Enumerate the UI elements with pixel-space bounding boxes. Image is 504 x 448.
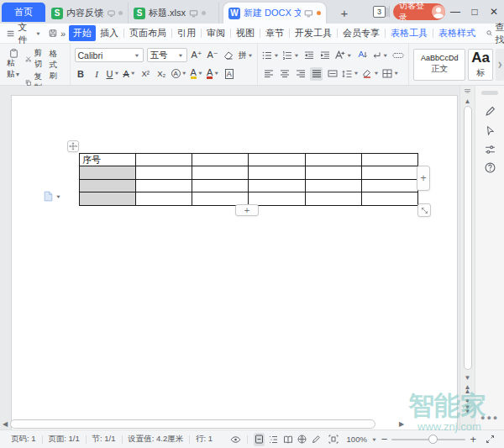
ruler-toggle-icon[interactable] bbox=[460, 86, 475, 96]
table-cell[interactable] bbox=[306, 166, 362, 179]
table-cell[interactable] bbox=[306, 154, 362, 166]
edit-pen-icon[interactable] bbox=[311, 433, 322, 446]
decrease-indent-button[interactable] bbox=[302, 49, 315, 62]
minimize-button[interactable]: — bbox=[449, 5, 462, 18]
annotate-pen-icon[interactable] bbox=[483, 104, 497, 119]
vscroll-up-arrow[interactable]: ▲ bbox=[460, 96, 475, 106]
table-cell-selected[interactable] bbox=[80, 192, 136, 205]
shrink-font-button[interactable]: A⁻ bbox=[207, 49, 219, 62]
borders-button[interactable]: ▼ bbox=[382, 67, 399, 81]
table-cell[interactable] bbox=[136, 180, 192, 192]
next-page-button[interactable]: ▼▼ bbox=[460, 404, 475, 414]
menu-page-layout[interactable]: 页面布局 bbox=[125, 25, 171, 41]
table-cell[interactable] bbox=[192, 166, 249, 179]
align-right-button[interactable] bbox=[294, 67, 307, 81]
menu-developer[interactable]: 开发工具 bbox=[291, 25, 336, 41]
table-cell[interactable] bbox=[362, 180, 418, 192]
hscroll-thumb[interactable] bbox=[10, 419, 375, 429]
format-painter-button[interactable]: 格式刷 bbox=[47, 47, 66, 82]
table-cell[interactable] bbox=[249, 166, 305, 179]
adjust-sliders-icon[interactable] bbox=[483, 142, 497, 156]
table-cell[interactable] bbox=[306, 180, 362, 192]
window-count-badge[interactable]: 3 bbox=[373, 6, 386, 18]
table-cell[interactable] bbox=[136, 192, 192, 205]
more-commands[interactable]: » bbox=[60, 29, 66, 39]
align-center-button[interactable] bbox=[278, 67, 291, 81]
table-cell-header[interactable]: 序号 bbox=[80, 154, 136, 166]
character-border-button[interactable]: A bbox=[223, 67, 235, 81]
line-break-button[interactable]: ▼ bbox=[371, 49, 388, 62]
zoom-in-button[interactable]: + bbox=[470, 433, 476, 445]
grow-font-button[interactable]: A⁺ bbox=[191, 49, 203, 62]
save-icon[interactable] bbox=[49, 28, 57, 39]
chevron-down-icon[interactable]: ▼ bbox=[371, 437, 377, 442]
menu-section[interactable]: 章节 bbox=[261, 25, 288, 41]
vscroll-down-arrow[interactable]: ▼ bbox=[460, 372, 475, 382]
new-tab-button[interactable]: + bbox=[336, 4, 353, 21]
bullet-list-button[interactable]: ▼ bbox=[262, 49, 279, 62]
increase-indent-button[interactable] bbox=[318, 49, 331, 62]
align-left-button[interactable] bbox=[262, 67, 275, 81]
underline-button[interactable]: U▼ bbox=[107, 67, 120, 81]
file-menu[interactable]: 文件 bbox=[18, 21, 32, 46]
strikethrough-button[interactable]: A▼ bbox=[123, 67, 135, 81]
line-spacing-button[interactable]: ▼ bbox=[342, 67, 359, 81]
previous-page-button[interactable]: ▲▲ bbox=[460, 384, 475, 394]
font-name-select[interactable]: Calibri▼ bbox=[75, 48, 144, 62]
tab-stops-button[interactable] bbox=[391, 49, 404, 62]
table-cell[interactable] bbox=[306, 192, 362, 205]
find-button[interactable]: 查找 bbox=[486, 21, 504, 46]
hscroll-left-arrow[interactable]: ◀ bbox=[3, 421, 8, 428]
table-cell[interactable] bbox=[362, 154, 418, 166]
zoom-out-button[interactable]: − bbox=[381, 433, 388, 445]
table-cell-selected[interactable] bbox=[80, 180, 136, 192]
text-direction-button[interactable] bbox=[355, 49, 368, 62]
table-resize-handle[interactable] bbox=[417, 203, 431, 217]
table-cell[interactable] bbox=[249, 192, 305, 205]
maximize-button[interactable]: □ bbox=[468, 5, 481, 18]
vscroll-thumb[interactable] bbox=[464, 106, 472, 370]
distribute-button[interactable] bbox=[326, 67, 339, 81]
menu-table-tools[interactable]: 表格工具 bbox=[386, 25, 432, 41]
menu-review[interactable]: 审阅 bbox=[202, 25, 229, 41]
cut-button[interactable]: 剪切 bbox=[24, 47, 47, 71]
hamburger-icon[interactable] bbox=[7, 29, 14, 38]
document-table[interactable]: 序号 bbox=[79, 153, 418, 206]
tab-spreadsheet-2[interactable]: S 标题.xlsx bbox=[129, 3, 219, 24]
font-size-select[interactable]: 五号▼ bbox=[147, 48, 187, 62]
circled-character-button[interactable]: A▼ bbox=[171, 67, 187, 81]
table-cell[interactable] bbox=[362, 166, 418, 179]
smart-tag[interactable]: ▼ bbox=[44, 191, 61, 202]
outline-view-button[interactable] bbox=[268, 433, 279, 446]
table-cell-selected[interactable] bbox=[80, 166, 136, 179]
help-icon[interactable] bbox=[483, 161, 497, 175]
paste-button[interactable]: 粘贴▼ bbox=[4, 47, 24, 82]
rail-more-dots[interactable]: ●●● bbox=[480, 414, 499, 422]
guest-login-button[interactable]: 访客登录 bbox=[393, 3, 445, 20]
justify-button[interactable] bbox=[310, 67, 323, 81]
page-view-button[interactable] bbox=[254, 433, 265, 446]
style-normal[interactable]: AaBbCcDd 正文 bbox=[413, 49, 465, 81]
zoom-slider-knob[interactable] bbox=[428, 435, 438, 444]
vertical-scrollbar[interactable]: ▲ ▼ ▲▲ ● ▼▼ bbox=[459, 86, 475, 430]
table-add-column-button[interactable]: + bbox=[417, 166, 430, 191]
fit-page-icon[interactable] bbox=[326, 433, 341, 446]
web-view-button[interactable] bbox=[297, 433, 307, 446]
subscript-button[interactable]: X₂ bbox=[155, 67, 168, 81]
font-color-button[interactable]: A▼ bbox=[207, 67, 219, 81]
hscroll-right-arrow[interactable]: ▶ bbox=[399, 421, 404, 428]
table-cell[interactable] bbox=[249, 154, 305, 166]
table-cell[interactable] bbox=[362, 192, 418, 205]
zoom-value[interactable]: 100% bbox=[347, 435, 367, 444]
italic-button[interactable]: I bbox=[91, 67, 103, 81]
numbered-list-button[interactable]: ▼ bbox=[282, 49, 299, 62]
document-canvas[interactable]: 序号 + bbox=[0, 86, 475, 430]
fullscreen-icon[interactable] bbox=[482, 433, 497, 446]
clear-format-button[interactable] bbox=[223, 49, 235, 62]
menu-references[interactable]: 引用 bbox=[173, 25, 200, 41]
style-heading[interactable]: Aa 标 bbox=[468, 49, 493, 81]
menu-membership[interactable]: 会员专享 bbox=[339, 25, 384, 41]
superscript-button[interactable]: X² bbox=[139, 67, 152, 81]
close-button[interactable]: ✕ bbox=[487, 5, 501, 18]
menu-table-style[interactable]: 表格样式 bbox=[434, 25, 480, 41]
